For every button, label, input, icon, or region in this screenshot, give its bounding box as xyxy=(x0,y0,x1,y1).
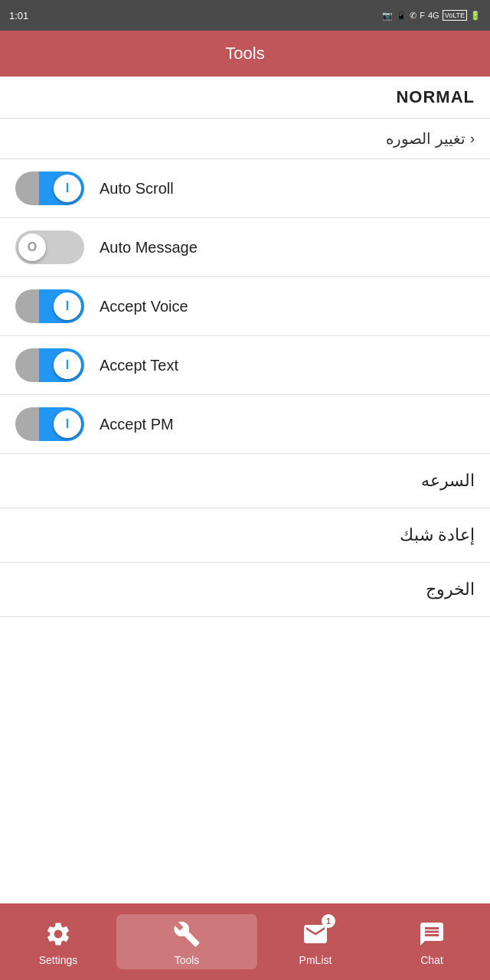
camera-icon: 📷 xyxy=(382,11,393,21)
nav-settings-label: Settings xyxy=(39,954,78,966)
section-header-text: تغيير الصوره xyxy=(386,129,466,148)
bottom-nav: Settings Tools 1 PmList Chat xyxy=(0,903,490,980)
toggle-indicator-3: I xyxy=(66,358,69,372)
toggle-row-auto-scroll: I Auto Scroll xyxy=(0,159,490,218)
signal-icon: 4G xyxy=(428,11,439,20)
volte-icon: VoLTE xyxy=(443,10,467,21)
content-area: NORMAL تغيير الصوره › I Auto Scroll O Au… xyxy=(0,77,490,903)
toggle-label-4: Accept PM xyxy=(100,416,475,433)
phone-icon: 📱 xyxy=(396,11,407,21)
whatsapp-icon: ✆ xyxy=(410,11,416,21)
toggle-row-accept-text: I Accept Text xyxy=(0,336,490,395)
menu-item-0[interactable]: السرعه xyxy=(0,454,490,508)
page-title: Tools xyxy=(225,44,264,64)
nav-item-tools[interactable]: Tools xyxy=(116,914,257,969)
nav-chat-label: Chat xyxy=(420,954,443,966)
toggle-indicator-0: I xyxy=(66,181,69,195)
chevron-right-icon: › xyxy=(470,131,475,147)
tools-icon xyxy=(170,917,204,951)
toggle-label-1: Auto Message xyxy=(100,239,475,256)
toggle-switch-1[interactable]: O xyxy=(15,230,84,264)
nav-item-pmlist[interactable]: 1 PmList xyxy=(257,917,374,966)
toggle-thumb-2: I xyxy=(54,292,81,320)
top-bar: Tools xyxy=(0,31,490,77)
status-icons: 📷 📱 ✆ F 4G VoLTE 🔋 xyxy=(382,10,481,21)
nav-pmlist-label: PmList xyxy=(299,954,332,966)
normal-badge: NORMAL xyxy=(396,87,475,106)
toggle-thumb-4: I xyxy=(54,410,81,438)
toggle-row-auto-message: O Auto Message xyxy=(0,218,490,277)
toggle-switch-0[interactable]: I xyxy=(15,172,84,205)
status-time: 1:01 xyxy=(9,10,28,21)
toggle-switch-3[interactable]: I xyxy=(15,348,84,382)
menu-item-text-1: إعادة شبك xyxy=(400,525,475,544)
toggle-thumb-1: O xyxy=(18,234,46,261)
status-bar: 1:01 📷 📱 ✆ F 4G VoLTE 🔋 xyxy=(0,0,490,31)
nav-tools-label: Tools xyxy=(175,954,200,966)
toggle-indicator-4: I xyxy=(66,417,69,431)
menu-items-list: السرعهإعادة شبكالخروج xyxy=(0,454,490,617)
menu-item-1[interactable]: إعادة شبك xyxy=(0,508,490,563)
toggle-label-0: Auto Scroll xyxy=(100,180,475,198)
toggle-row-accept-voice: I Accept Voice xyxy=(0,277,490,336)
toggle-thumb-0: I xyxy=(54,175,81,202)
toggle-row-accept-pm: I Accept PM xyxy=(0,395,490,454)
battery-icon: 🔋 xyxy=(470,11,481,21)
pmlist-badge: 1 xyxy=(322,914,335,928)
section-header[interactable]: تغيير الصوره › xyxy=(0,119,490,159)
menu-item-text-0: السرعه xyxy=(421,471,475,490)
normal-badge-row: NORMAL xyxy=(0,77,490,119)
f-icon: F xyxy=(420,11,425,20)
menu-item-text-2: الخروج xyxy=(426,580,475,599)
toggle-label-3: Accept Text xyxy=(100,357,475,374)
nav-item-settings[interactable]: Settings xyxy=(0,917,116,966)
nav-item-chat[interactable]: Chat xyxy=(374,917,490,966)
menu-item-2[interactable]: الخروج xyxy=(0,563,490,617)
settings-icon xyxy=(41,917,75,951)
toggle-indicator-2: I xyxy=(66,299,69,313)
toggles-list: I Auto Scroll O Auto Message I Accept Vo… xyxy=(0,159,490,454)
toggle-thumb-3: I xyxy=(54,351,81,379)
toggle-label-2: Accept Voice xyxy=(100,298,475,315)
chat-icon xyxy=(415,917,449,951)
toggle-switch-2[interactable]: I xyxy=(15,289,84,323)
toggle-switch-4[interactable]: I xyxy=(15,407,84,441)
toggle-indicator-1: O xyxy=(28,240,37,254)
